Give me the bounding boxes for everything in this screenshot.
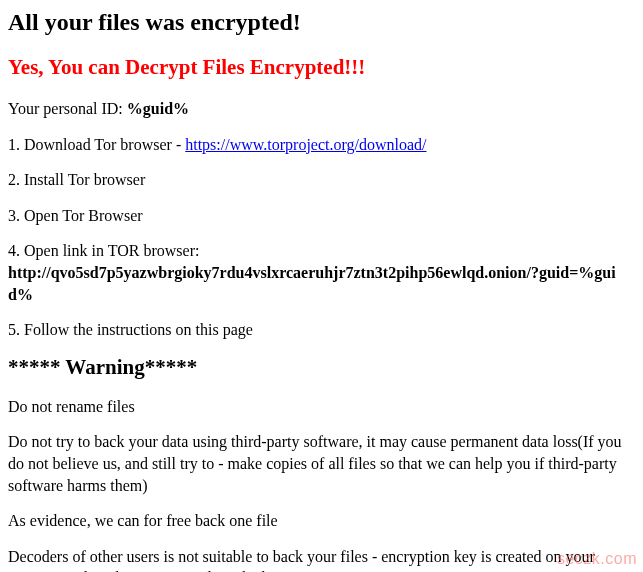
- warning-1: Do not rename files: [8, 396, 635, 418]
- personal-id-label: Your personal ID:: [8, 100, 127, 117]
- step-1-prefix: 1. Download Tor browser -: [8, 136, 185, 153]
- step-5: 5. Follow the instructions on this page: [8, 319, 635, 341]
- warning-2: Do not try to back your data using third…: [8, 431, 635, 496]
- subtitle: Yes, You can Decrypt Files Encrypted!!!: [8, 55, 635, 80]
- warning-4: Decoders of other users is not suitable …: [8, 546, 635, 572]
- document-body: All your files was encrypted! Yes, You c…: [0, 0, 643, 572]
- step-4-url: http://qvo5sd7p5yazwbrgioky7rdu4vslxrcae…: [8, 264, 616, 303]
- step-1: 1. Download Tor browser - https://www.to…: [8, 134, 635, 156]
- step-3: 3. Open Tor Browser: [8, 205, 635, 227]
- warning-3: As evidence, we can for free back one fi…: [8, 510, 635, 532]
- step-2: 2. Install Tor browser: [8, 169, 635, 191]
- title: All your files was encrypted!: [8, 8, 635, 37]
- step-4-label: 4. Open link in TOR browser:: [8, 242, 199, 259]
- tor-download-link[interactable]: https://www.torproject.org/download/: [185, 136, 426, 153]
- personal-id-value: %guid%: [127, 100, 189, 117]
- personal-id-line: Your personal ID: %guid%: [8, 98, 635, 120]
- step-4: 4. Open link in TOR browser: http://qvo5…: [8, 240, 635, 305]
- warning-heading: ***** Warning*****: [8, 355, 635, 380]
